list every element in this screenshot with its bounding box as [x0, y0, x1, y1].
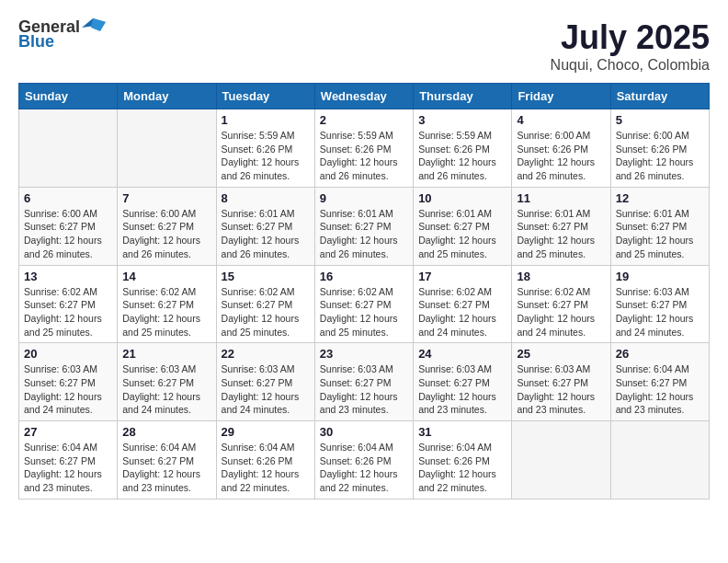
calendar-cell: 29Sunrise: 6:04 AM Sunset: 6:26 PM Dayli…: [216, 421, 314, 500]
calendar-cell: 31Sunrise: 6:04 AM Sunset: 6:26 PM Dayli…: [414, 421, 512, 500]
day-info: Sunrise: 6:00 AM Sunset: 6:26 PM Dayligh…: [616, 129, 704, 183]
day-number: 28: [122, 425, 210, 439]
calendar-cell: 28Sunrise: 6:04 AM Sunset: 6:27 PM Dayli…: [118, 421, 216, 500]
day-info: Sunrise: 6:03 AM Sunset: 6:27 PM Dayligh…: [517, 362, 605, 417]
calendar-cell: 4Sunrise: 6:00 AM Sunset: 6:26 PM Daylig…: [512, 109, 610, 188]
day-number: 30: [320, 425, 408, 439]
day-info: Sunrise: 6:02 AM Sunset: 6:27 PM Dayligh…: [517, 285, 605, 339]
calendar-cell: 10Sunrise: 6:01 AM Sunset: 6:27 PM Dayli…: [414, 187, 512, 265]
calendar-cell: 9Sunrise: 6:01 AM Sunset: 6:27 PM Daylig…: [314, 187, 413, 265]
day-number: 6: [24, 191, 112, 205]
day-info: Sunrise: 6:01 AM Sunset: 6:27 PM Dayligh…: [222, 207, 310, 261]
weekday-header-row: SundayMondayTuesdayWednesdayThursdayFrid…: [19, 84, 710, 109]
day-info: Sunrise: 6:01 AM Sunset: 6:27 PM Dayligh…: [517, 207, 605, 261]
calendar-cell: 3Sunrise: 5:59 AM Sunset: 6:26 PM Daylig…: [414, 109, 512, 188]
day-info: Sunrise: 6:02 AM Sunset: 6:27 PM Dayligh…: [418, 285, 506, 339]
day-info: Sunrise: 6:03 AM Sunset: 6:27 PM Dayligh…: [320, 362, 408, 417]
calendar-cell: [512, 421, 610, 500]
day-number: 22: [222, 347, 310, 361]
calendar-cell: 15Sunrise: 6:02 AM Sunset: 6:27 PM Dayli…: [216, 265, 314, 343]
calendar-cell: 14Sunrise: 6:02 AM Sunset: 6:27 PM Dayli…: [118, 265, 216, 343]
svg-marker-1: [91, 18, 106, 31]
calendar-cell: 23Sunrise: 6:03 AM Sunset: 6:27 PM Dayli…: [314, 343, 413, 421]
day-info: Sunrise: 6:04 AM Sunset: 6:26 PM Dayligh…: [320, 441, 408, 495]
day-number: 11: [517, 191, 605, 205]
day-number: 13: [24, 270, 112, 283]
logo: General Blue: [18, 18, 106, 52]
day-info: Sunrise: 6:03 AM Sunset: 6:27 PM Dayligh…: [122, 362, 210, 417]
calendar-cell: 22Sunrise: 6:03 AM Sunset: 6:27 PM Dayli…: [216, 343, 314, 421]
weekday-header-tuesday: Tuesday: [216, 84, 314, 109]
day-number: 27: [24, 425, 112, 439]
day-info: Sunrise: 6:04 AM Sunset: 6:26 PM Dayligh…: [418, 441, 506, 495]
day-info: Sunrise: 6:01 AM Sunset: 6:27 PM Dayligh…: [418, 207, 506, 261]
day-number: 21: [122, 347, 210, 361]
day-info: Sunrise: 6:00 AM Sunset: 6:27 PM Dayligh…: [122, 207, 210, 261]
weekday-header-thursday: Thursday: [414, 84, 512, 109]
calendar-cell: 30Sunrise: 6:04 AM Sunset: 6:26 PM Dayli…: [314, 421, 413, 500]
calendar-cell: 16Sunrise: 6:02 AM Sunset: 6:27 PM Dayli…: [314, 265, 413, 343]
day-info: Sunrise: 6:04 AM Sunset: 6:27 PM Dayligh…: [122, 441, 210, 495]
day-info: Sunrise: 6:04 AM Sunset: 6:27 PM Dayligh…: [24, 441, 112, 495]
calendar-cell: 6Sunrise: 6:00 AM Sunset: 6:27 PM Daylig…: [19, 187, 118, 265]
calendar-cell: 1Sunrise: 5:59 AM Sunset: 6:26 PM Daylig…: [216, 109, 314, 188]
calendar-week-row: 13Sunrise: 6:02 AM Sunset: 6:27 PM Dayli…: [19, 265, 710, 343]
day-number: 23: [320, 347, 408, 361]
day-info: Sunrise: 6:03 AM Sunset: 6:27 PM Dayligh…: [24, 362, 112, 417]
calendar-cell: 25Sunrise: 6:03 AM Sunset: 6:27 PM Dayli…: [512, 343, 610, 421]
calendar-cell: 20Sunrise: 6:03 AM Sunset: 6:27 PM Dayli…: [19, 343, 118, 421]
calendar-week-row: 27Sunrise: 6:04 AM Sunset: 6:27 PM Dayli…: [19, 421, 710, 500]
weekday-header-wednesday: Wednesday: [314, 84, 413, 109]
calendar-cell: 7Sunrise: 6:00 AM Sunset: 6:27 PM Daylig…: [118, 187, 216, 265]
title-section: July 2025 Nuqui, Choco, Colombia: [551, 18, 710, 74]
calendar-cell: 2Sunrise: 5:59 AM Sunset: 6:26 PM Daylig…: [314, 109, 413, 188]
calendar-cell: [118, 109, 216, 188]
day-info: Sunrise: 6:03 AM Sunset: 6:27 PM Dayligh…: [418, 362, 506, 417]
weekday-header-friday: Friday: [512, 84, 610, 109]
day-info: Sunrise: 6:01 AM Sunset: 6:27 PM Dayligh…: [616, 207, 704, 261]
calendar-cell: 19Sunrise: 6:03 AM Sunset: 6:27 PM Dayli…: [610, 265, 709, 343]
day-info: Sunrise: 6:03 AM Sunset: 6:27 PM Dayligh…: [616, 285, 704, 339]
day-number: 15: [222, 270, 310, 283]
day-number: 14: [122, 270, 210, 283]
day-number: 19: [616, 270, 704, 283]
page-header: General Blue July 2025 Nuqui, Choco, Col…: [18, 18, 710, 74]
day-number: 8: [222, 191, 310, 205]
day-info: Sunrise: 5:59 AM Sunset: 6:26 PM Dayligh…: [418, 129, 506, 183]
day-number: 12: [616, 191, 704, 205]
day-number: 4: [517, 113, 605, 127]
weekday-header-saturday: Saturday: [610, 84, 709, 109]
day-info: Sunrise: 6:04 AM Sunset: 6:27 PM Dayligh…: [616, 362, 704, 417]
day-info: Sunrise: 6:02 AM Sunset: 6:27 PM Dayligh…: [222, 285, 310, 339]
day-number: 25: [517, 347, 605, 361]
logo-blue: Blue: [18, 33, 106, 52]
calendar-cell: 21Sunrise: 6:03 AM Sunset: 6:27 PM Dayli…: [118, 343, 216, 421]
day-info: Sunrise: 6:02 AM Sunset: 6:27 PM Dayligh…: [320, 285, 408, 339]
calendar-cell: 11Sunrise: 6:01 AM Sunset: 6:27 PM Dayli…: [512, 187, 610, 265]
calendar-cell: 17Sunrise: 6:02 AM Sunset: 6:27 PM Dayli…: [414, 265, 512, 343]
day-info: Sunrise: 5:59 AM Sunset: 6:26 PM Dayligh…: [222, 129, 310, 183]
day-info: Sunrise: 6:01 AM Sunset: 6:27 PM Dayligh…: [320, 207, 408, 261]
day-number: 7: [122, 191, 210, 205]
calendar-cell: 18Sunrise: 6:02 AM Sunset: 6:27 PM Dayli…: [512, 265, 610, 343]
day-number: 10: [418, 191, 506, 205]
day-number: 31: [418, 425, 506, 439]
day-number: 3: [418, 113, 506, 127]
calendar-cell: 26Sunrise: 6:04 AM Sunset: 6:27 PM Dayli…: [610, 343, 709, 421]
calendar-week-row: 6Sunrise: 6:00 AM Sunset: 6:27 PM Daylig…: [19, 187, 710, 265]
day-info: Sunrise: 6:04 AM Sunset: 6:26 PM Dayligh…: [222, 441, 310, 495]
calendar-cell: 5Sunrise: 6:00 AM Sunset: 6:26 PM Daylig…: [610, 109, 709, 188]
day-info: Sunrise: 5:59 AM Sunset: 6:26 PM Dayligh…: [320, 129, 408, 183]
calendar-cell: 13Sunrise: 6:02 AM Sunset: 6:27 PM Dayli…: [19, 265, 118, 343]
day-number: 9: [320, 191, 408, 205]
weekday-header-sunday: Sunday: [19, 84, 118, 109]
day-number: 1: [222, 113, 310, 127]
day-info: Sunrise: 6:00 AM Sunset: 6:27 PM Dayligh…: [24, 207, 112, 261]
day-number: 2: [320, 113, 408, 127]
day-info: Sunrise: 6:00 AM Sunset: 6:26 PM Dayligh…: [517, 129, 605, 183]
calendar-week-row: 1Sunrise: 5:59 AM Sunset: 6:26 PM Daylig…: [19, 109, 710, 188]
month-year-title: July 2025: [551, 18, 710, 57]
day-number: 29: [222, 425, 310, 439]
day-info: Sunrise: 6:03 AM Sunset: 6:27 PM Dayligh…: [222, 362, 310, 417]
calendar-week-row: 20Sunrise: 6:03 AM Sunset: 6:27 PM Dayli…: [19, 343, 710, 421]
